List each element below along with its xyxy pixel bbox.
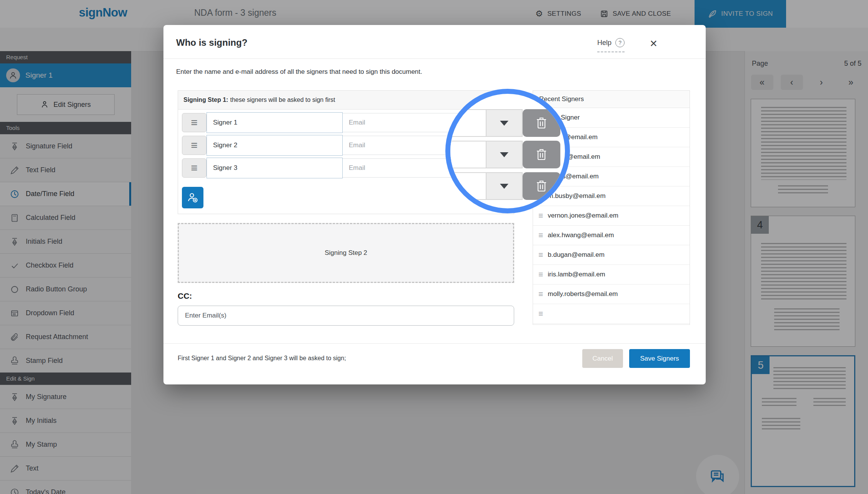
- recent-signer-label: alex.hwang@email.em: [548, 231, 614, 239]
- modal-footer-divider: [163, 343, 706, 344]
- modal-title: Who is signing?: [176, 37, 247, 48]
- signer-name-input[interactable]: [207, 158, 343, 178]
- signing-order-note: First Signer 1 and Signer 2 and Signer 3…: [178, 355, 346, 362]
- recent-signer-item-empty[interactable]: ≡: [533, 304, 690, 324]
- drag-handle-icon: ≡: [538, 250, 543, 259]
- help-label: Help: [597, 39, 611, 47]
- recent-signers-title: Recent Signers: [533, 91, 690, 108]
- help-link[interactable]: Help ?: [597, 38, 625, 52]
- recent-signer-label: m.busby@email.em: [548, 192, 605, 200]
- add-person-icon: [187, 192, 198, 203]
- drag-handle-icon: ≡: [538, 231, 543, 240]
- close-icon[interactable]: ✕: [647, 36, 660, 52]
- cc-label: CC:: [178, 291, 192, 301]
- cc-email-input[interactable]: [178, 306, 514, 326]
- who-is-signing-modal: Who is signing? Help ? ✕ Enter the name …: [163, 25, 706, 384]
- magnified-row-controls: [450, 109, 560, 137]
- signer-name-input[interactable]: [207, 112, 343, 133]
- magnified-options-dropdown[interactable]: [486, 172, 523, 200]
- help-question-icon: ?: [615, 38, 625, 47]
- cancel-button[interactable]: Cancel: [582, 349, 623, 368]
- recent-signer-label: vernon.jones@email.em: [548, 212, 618, 220]
- recent-signer-label: molly.roberts@email.em: [548, 290, 618, 298]
- recent-signer-label: b.dugan@email.em: [548, 251, 605, 259]
- signer-email-input[interactable]: [343, 158, 464, 178]
- trash-icon: [535, 148, 548, 161]
- drag-handle-icon[interactable]: ≡: [182, 158, 207, 178]
- signing-step-1-subtitle: these signers will be asked to sign firs…: [230, 96, 335, 103]
- modal-description: Enter the name and e-mail address of all…: [176, 68, 422, 76]
- drag-handle-icon: ≡: [538, 289, 543, 299]
- magnified-delete-button[interactable]: [523, 109, 560, 137]
- trash-icon: [535, 179, 548, 193]
- drag-handle-icon: ≡: [538, 309, 543, 318]
- magnified-row-controls: [450, 172, 560, 200]
- signing-step-2-label: Signing Step 2: [325, 249, 367, 257]
- magnified-delete-button[interactable]: [523, 141, 560, 168]
- drag-handle-icon: ≡: [538, 270, 543, 279]
- chevron-down-icon: [500, 121, 508, 126]
- chevron-down-icon: [500, 184, 508, 189]
- add-signer-button[interactable]: [182, 187, 203, 208]
- signing-step-2-dropzone[interactable]: Signing Step 2: [178, 223, 514, 283]
- chevron-down-icon: [500, 152, 508, 157]
- signer-email-input[interactable]: [343, 113, 464, 132]
- recent-signer-item[interactable]: ≡vernon.jones@email.em: [533, 206, 690, 226]
- save-signers-button[interactable]: Save Signers: [629, 349, 690, 368]
- recent-signer-item[interactable]: ≡molly.roberts@email.em: [533, 284, 690, 304]
- drag-handle-icon[interactable]: ≡: [182, 136, 207, 155]
- magnified-email-field: [450, 141, 486, 168]
- recent-signer-label: iris.lamb@email.em: [548, 271, 605, 278]
- recent-signer-item[interactable]: ≡iris.lamb@email.em: [533, 265, 690, 284]
- magnified-options-dropdown[interactable]: [486, 141, 523, 168]
- drag-handle-icon: ≡: [538, 211, 543, 220]
- recent-signer-item[interactable]: ≡alex.hwang@email.em: [533, 226, 690, 245]
- magnified-options-dropdown[interactable]: [486, 109, 523, 137]
- recent-signer-item[interactable]: ≡b.dugan@email.em: [533, 245, 690, 265]
- magnified-row-controls: [450, 141, 560, 168]
- signer-name-input[interactable]: [207, 135, 343, 156]
- signing-step-1-title: Signing Step 1:: [183, 96, 228, 103]
- trash-icon: [535, 116, 548, 130]
- modal-header-divider: [163, 58, 706, 59]
- drag-handle-icon[interactable]: ≡: [182, 113, 207, 132]
- zoom-highlight-circle: [445, 89, 570, 213]
